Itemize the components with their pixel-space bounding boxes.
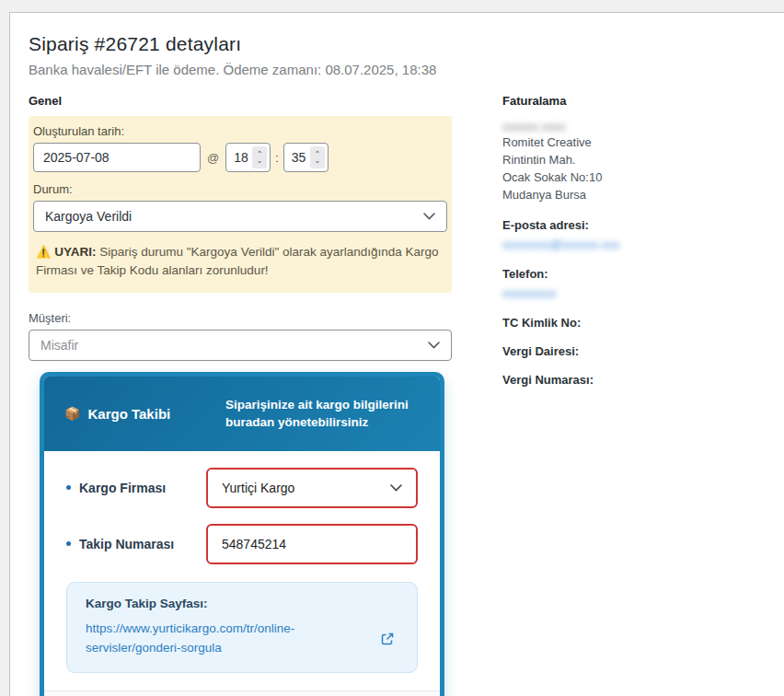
carrier-selected-value: Yurtiçi Kargo	[222, 481, 390, 495]
tracking-page-link[interactable]: https://www.yurticikargo.com/tr/online-s…	[86, 620, 371, 658]
status-warning-message: ⚠️UYARI: Sipariş durumu "Kargoya Verildi…	[33, 243, 447, 281]
phone-label: Telefon:	[502, 267, 732, 281]
chevron-down-icon	[390, 484, 402, 492]
status-label: Durum:	[33, 182, 447, 196]
order-details-card: Sipariş #26721 detayları Banka havalesi/…	[9, 12, 784, 696]
billing-address-line: Rintintin Mah.	[502, 151, 732, 168]
billing-address-line: Ocak Sokak No:10	[502, 168, 732, 186]
bullet-icon	[66, 485, 71, 490]
chevron-down-icon	[423, 213, 435, 220]
billing-column: Faturalama xxxxxx xxxx Romitet Creative …	[502, 94, 732, 696]
carrier-label: Kargo Firması	[79, 481, 166, 495]
customer-block: Müşteri: Misafir	[29, 311, 452, 361]
general-column: Genel Oluşturulan tarih: @ 18 ⌃ ⌄ :	[29, 94, 452, 696]
created-date-label: Oluşturulan tarih:	[33, 124, 447, 138]
minute-value: 35	[292, 150, 310, 165]
hour-value: 18	[234, 150, 252, 165]
billing-email-redacted[interactable]: xxxxxxxx@xxxxxx.xxx	[502, 238, 619, 251]
tracking-number-input[interactable]	[206, 524, 418, 564]
external-link-icon[interactable]	[380, 632, 395, 646]
at-symbol: @	[207, 151, 219, 165]
tracking-number-row: Takip Numarası	[66, 524, 418, 564]
warning-text: Sipariş durumu "Kargoya Verildi" olarak …	[36, 245, 439, 277]
warning-icon: ⚠️	[36, 245, 51, 259]
status-selected-value: Kargoya Verildi	[45, 209, 423, 224]
email-label: E-posta adresi:	[502, 218, 732, 232]
customer-select[interactable]: Misafir	[29, 330, 452, 361]
warning-prefix: UYARI:	[54, 245, 96, 259]
hour-stepper[interactable]: 18 ⌃ ⌄	[225, 143, 271, 172]
minute-spinner-buttons[interactable]: ⌃ ⌄	[310, 146, 325, 168]
billing-address-line: Romitet Creative	[502, 133, 732, 151]
spinner-down-icon[interactable]: ⌄	[314, 157, 320, 164]
order-date-status-box: Oluşturulan tarih: @ 18 ⌃ ⌄ : 35	[29, 116, 452, 293]
billing-phone-redacted[interactable]: xxxxxxxxx	[502, 286, 557, 300]
shipping-panel-footer: 💡Kargo bilgilerini kaydettikten sonra mü…	[44, 690, 440, 696]
shipping-panel-body: Kargo Firması Yurtiçi Kargo Takip N	[44, 451, 440, 674]
spinner-down-icon[interactable]: ⌄	[257, 157, 263, 164]
chevron-down-icon	[428, 342, 440, 349]
billing-address-line: Mudanya Bursa	[502, 186, 732, 203]
tax-number-label: Vergi Numarası:	[502, 373, 732, 387]
shipping-panel-header: 📦 Kargo Takibi Siparişinize ait kargo bi…	[44, 377, 440, 451]
package-icon: 📦	[64, 406, 80, 421]
tax-office-label: Vergi Dairesi:	[502, 344, 732, 358]
tracking-page-box: Kargo Takip Sayfası: https://www.yurtici…	[66, 582, 418, 674]
payment-info-subtitle: Banka havalesi/EFT ile ödeme. Ödeme zama…	[29, 62, 766, 77]
page-title: Sipariş #26721 detayları	[29, 33, 766, 55]
tracking-page-label: Kargo Takip Sayfası:	[86, 597, 400, 610]
bullet-icon	[66, 541, 71, 546]
minute-stepper[interactable]: 35 ⌃ ⌄	[283, 143, 329, 172]
shipping-panel-subtitle: Siparişinize ait kargo bilgilerini burad…	[225, 396, 420, 432]
general-heading: Genel	[29, 94, 452, 108]
customer-label: Müşteri:	[29, 311, 452, 325]
billing-name-redacted: xxxxxx xxxx	[502, 120, 732, 133]
hour-spinner-buttons[interactable]: ⌃ ⌄	[252, 146, 267, 168]
customer-selected-value: Misafir	[40, 338, 428, 353]
carrier-select[interactable]: Yurtiçi Kargo	[206, 468, 418, 508]
created-date-input[interactable]	[33, 143, 201, 172]
shipping-tracking-panel: 📦 Kargo Takibi Siparişinize ait kargo bi…	[40, 372, 444, 696]
carrier-row: Kargo Firması Yurtiçi Kargo	[66, 468, 418, 508]
time-separator: :	[275, 151, 279, 165]
status-select[interactable]: Kargoya Verildi	[33, 201, 447, 232]
shipping-panel-title: Kargo Takibi	[87, 406, 170, 422]
tracking-number-label: Takip Numarası	[79, 537, 174, 551]
billing-heading: Faturalama	[502, 94, 732, 108]
tc-id-label: TC Kimlik No:	[502, 316, 732, 330]
